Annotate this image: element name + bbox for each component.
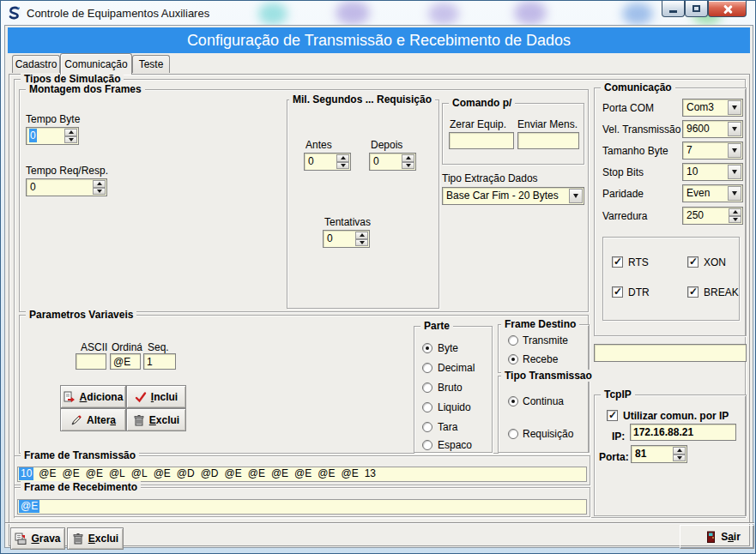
radio-liquido[interactable] — [422, 402, 432, 412]
stop-bits-dropdown-button[interactable] — [728, 165, 741, 179]
app-icon — [7, 5, 22, 21]
depois-spin-buttons[interactable] — [402, 154, 414, 169]
vel-transmissao-dropdown-button[interactable] — [728, 122, 741, 136]
sair-button[interactable]: Sair — [694, 527, 751, 547]
porta-com-combobox[interactable]: Com3 — [682, 99, 743, 117]
tentativas-spinner[interactable]: 0 — [323, 230, 370, 248]
radio-byte-label: Byte — [438, 342, 458, 354]
rts-label: RTS — [628, 256, 649, 268]
tempo-req-spinner[interactable]: 0 — [26, 178, 107, 196]
radio-recebe[interactable] — [508, 354, 518, 364]
tempo-req-spin-buttons[interactable] — [93, 180, 106, 195]
aux-message-input[interactable] — [594, 344, 747, 362]
porta-com-value: Com3 — [686, 100, 715, 114]
radio-liquido-label: Liquido — [438, 401, 471, 413]
depois-spinner[interactable]: 0 — [369, 153, 416, 171]
inclui-button[interactable]: Inclui — [126, 385, 186, 408]
paridade-dropdown-button[interactable] — [728, 186, 741, 201]
frame-recebimento-input[interactable]: @E — [17, 499, 587, 515]
group-parametros-title: Parametros Variaveis — [26, 309, 136, 321]
altera-button[interactable]: Altera — [60, 408, 126, 431]
dtr-checkbox[interactable] — [612, 286, 623, 298]
vel-transmissao-combobox[interactable]: 9600 — [682, 120, 743, 138]
radio-transmite[interactable] — [508, 335, 518, 346]
tab-teste[interactable]: Teste — [132, 55, 170, 73]
page-title: Configuração de Transmissão e Recebiment… — [8, 27, 750, 53]
tamanho-byte-value: 7 — [686, 143, 693, 157]
dialog-client-area: Configuração de Transmissão e Recebiment… — [4, 25, 753, 548]
radio-requisicao[interactable] — [508, 429, 518, 439]
save-icon — [15, 533, 27, 545]
radio-tara[interactable] — [422, 422, 432, 432]
varredura-spin-buttons[interactable] — [729, 208, 741, 223]
depois-value: 0 — [372, 154, 380, 168]
tipo-extracao-combobox[interactable]: Base Car Fim - 20 Bytes — [442, 187, 584, 205]
minimize-button[interactable] — [662, 1, 685, 17]
tempo-byte-spinner[interactable]: 0 — [26, 127, 79, 145]
doc-arrow-icon — [64, 391, 76, 403]
grava-button[interactable]: Grava — [10, 527, 65, 550]
frame-transmissao-input[interactable]: 10@E@E@E@L@L@E@D@D@E@E@E@E@E@E13 — [17, 467, 587, 482]
xon-checkbox[interactable] — [687, 256, 699, 268]
radio-espaco-label: Espaco — [438, 439, 472, 451]
tipo-extracao-value: Base Car Fim - 20 Bytes — [445, 189, 559, 202]
glass-blob — [514, 1, 547, 25]
adiciona-button[interactable]: Adiciona — [60, 385, 126, 408]
radio-decimal[interactable] — [422, 363, 432, 373]
tamanho-byte-dropdown-button[interactable] — [728, 143, 741, 158]
xon-label: XON — [704, 256, 726, 268]
varredura-label: Varredura — [602, 210, 647, 222]
porta-spinner[interactable]: 81 — [631, 445, 687, 463]
rts-checkbox[interactable] — [612, 256, 623, 268]
dtr-label: DTR — [628, 286, 650, 298]
group-comando-title: Comando p/ — [449, 97, 515, 109]
tempo-byte-spin-buttons[interactable] — [64, 129, 77, 143]
radio-byte[interactable] — [422, 343, 432, 353]
enviar-mens-input[interactable] — [517, 132, 579, 149]
trash-icon — [133, 414, 145, 426]
title-bar[interactable]: Controle de Equipamentos Auxiliares — [1, 1, 756, 25]
porta-com-dropdown-button[interactable] — [728, 100, 741, 115]
seq-input[interactable]: 1 — [143, 353, 176, 370]
serial-flags-panel: RTS XON DTR BREAK — [602, 237, 740, 321]
radio-bruto[interactable] — [422, 382, 432, 393]
radio-continua[interactable] — [508, 396, 518, 406]
radio-bruto-label: Bruto — [438, 382, 463, 394]
tamanho-byte-combobox[interactable]: 7 — [682, 142, 743, 160]
stop-bits-combobox[interactable]: 10 — [682, 163, 743, 181]
close-button[interactable] — [708, 1, 747, 17]
group-tipo-transmissao-title: Tipo Transmissao — [501, 370, 596, 382]
zerar-equip-input[interactable] — [449, 132, 514, 149]
group-parte-title: Parte — [420, 320, 453, 332]
ordina-input[interactable]: @E — [110, 353, 141, 370]
vel-transmissao-value: 9600 — [686, 122, 711, 135]
maximize-button[interactable] — [685, 1, 708, 17]
ip-input[interactable]: 172.16.88.21 — [630, 424, 736, 441]
group-mil-segundos: Mil. Segundos ... Requisição — [287, 99, 439, 309]
break-checkbox[interactable] — [687, 286, 699, 298]
tab-cadastro[interactable]: Cadastro — [12, 55, 60, 73]
porta-spin-buttons[interactable] — [673, 447, 686, 461]
use-ip-checkbox[interactable] — [607, 410, 618, 421]
exclui-button[interactable]: Exclui — [126, 408, 186, 431]
antes-spin-buttons[interactable] — [336, 154, 349, 169]
porta-label: Porta: — [599, 451, 629, 463]
ip-label: IP: — [612, 431, 625, 443]
tipo-extracao-dropdown-button[interactable] — [569, 189, 583, 203]
paridade-value: Even — [686, 186, 711, 200]
varredura-spinner[interactable]: 250 — [682, 207, 743, 225]
ascii-input[interactable] — [76, 353, 106, 370]
tentativas-spin-buttons[interactable] — [355, 232, 368, 246]
group-tipo-transmissao: Tipo Transmissao — [498, 376, 590, 453]
footer-exclui-button[interactable]: Exclui — [67, 527, 124, 550]
antes-spinner[interactable]: 0 — [304, 153, 351, 171]
tab-comunicacao[interactable]: Comunicação — [60, 53, 132, 75]
pencil-icon — [70, 414, 82, 426]
footer-divider — [5, 522, 754, 524]
minimize-icon — [669, 10, 677, 13]
varredura-value: 250 — [686, 208, 705, 222]
paridade-combobox[interactable]: Even — [682, 184, 743, 202]
porta-com-label: Porta COM — [602, 102, 654, 114]
tempo-req-value: 0 — [29, 180, 37, 194]
radio-espaco[interactable] — [422, 440, 432, 450]
